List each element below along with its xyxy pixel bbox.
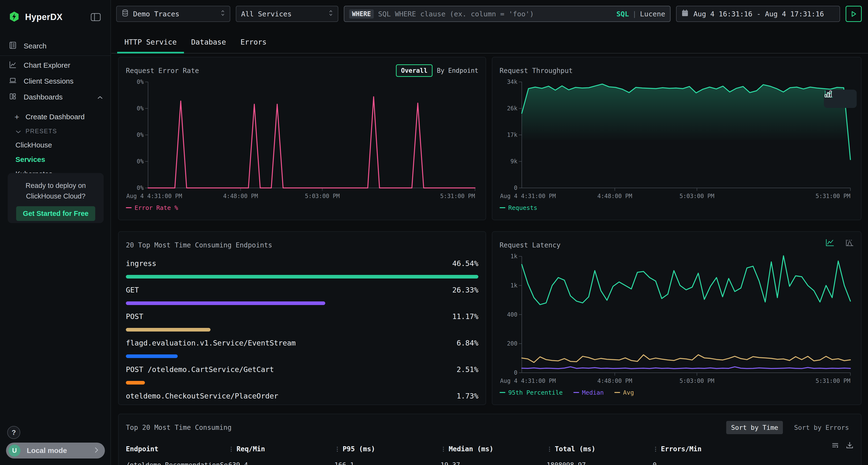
sql-mode-button[interactable]: SQL — [616, 10, 629, 18]
endpoint-item[interactable]: GET26.33% — [126, 286, 478, 305]
legend-item[interactable]: 95th Percentile — [500, 389, 563, 396]
legend-item[interactable]: Error Rate % — [126, 204, 178, 211]
sidebar-preset-services[interactable]: Services — [0, 152, 111, 167]
column-header-errors-min[interactable]: ⋮Errors/Min — [653, 445, 854, 453]
chevron-down-icon — [16, 127, 21, 135]
sidebar-item-dashboards[interactable]: Dashboards — [0, 89, 111, 105]
column-header-p95-ms-[interactable]: ⋮P95 (ms) — [334, 445, 440, 453]
database-icon — [122, 9, 129, 19]
latency-chart[interactable]: 02004001k1kAug 4 4:31:00 PM4:48:00 PM5:0… — [500, 252, 854, 387]
tab-errors[interactable]: Errors — [233, 38, 274, 53]
calendar-icon — [681, 9, 689, 19]
svg-text:200: 200 — [507, 340, 518, 347]
panel-request-latency: Request Latency 02004001k1kAug 4 4:31:00… — [492, 231, 862, 405]
table-body: /oteldemo.RecommendationServ639.4166.119… — [126, 461, 854, 465]
sidebar-preset-clickhouse[interactable]: ClickHouse — [0, 138, 111, 152]
panel-top-endpoints: 20 Top Most Time Consuming Endpoints ing… — [118, 231, 486, 405]
service-select[interactable]: All Services — [236, 6, 338, 22]
column-header-label: Endpoint — [126, 445, 158, 453]
column-grip-icon[interactable]: ⋮ — [653, 446, 658, 453]
search-input[interactable] — [378, 10, 616, 18]
line-chart-icon[interactable] — [825, 238, 835, 248]
dashboard-content: Request Error Rate Overall By Endpoint 0… — [112, 54, 868, 465]
download-icon[interactable] — [845, 441, 854, 450]
legend-label: Requests — [508, 204, 537, 211]
svg-text:5:03:00 PM: 5:03:00 PM — [679, 377, 714, 384]
endpoint-item[interactable]: POST /oteldemo.CartService/GetCart2.51% — [126, 365, 478, 385]
endpoint-value: 1.73% — [457, 392, 478, 400]
main-area: Demo Traces All Services WHERE SQL | Luc… — [112, 0, 868, 465]
journal-icon — [9, 41, 17, 51]
column-header-total-ms-[interactable]: ⋮Total (ms) — [547, 445, 653, 453]
dashboards-submenu: + Create Dashboard PRESETS ClickHouseSer… — [0, 105, 111, 181]
by-endpoint-button[interactable]: By Endpoint — [437, 67, 478, 74]
laptop-icon — [9, 76, 17, 86]
table-header-row: Endpoint⋮Req/Min⋮P95 (ms)⋮Median (ms)⋮To… — [126, 445, 854, 453]
help-button[interactable]: ? — [7, 426, 20, 439]
column-grip-icon[interactable]: ⋮ — [547, 446, 552, 453]
svg-text:17k: 17k — [507, 132, 518, 138]
get-started-button[interactable]: Get Started for Free — [16, 206, 95, 221]
throughput-chart[interactable]: 09k17k26k34kAug 4 4:31:00 PM4:48:00 PM5:… — [500, 77, 854, 202]
column-header-median-ms-[interactable]: ⋮Median (ms) — [440, 445, 547, 453]
legend-dash — [574, 392, 579, 393]
latency-chart-type-toolbar — [825, 238, 854, 248]
svg-text:4:48:00 PM: 4:48:00 PM — [597, 377, 632, 384]
endpoint-label: ingress — [126, 259, 156, 268]
svg-text:Aug 4 4:31:00 PM: Aug 4 4:31:00 PM — [126, 193, 182, 199]
source-select[interactable]: Demo Traces — [116, 6, 230, 22]
app-title: HyperDX — [25, 12, 91, 22]
overall-button[interactable]: Overall — [396, 64, 433, 77]
sidebar-item-chart-explorer[interactable]: Chart Explorer — [0, 57, 111, 73]
run-query-button[interactable] — [845, 6, 862, 22]
svg-text:0: 0 — [514, 369, 518, 376]
sidebar-header: HyperDX — [0, 0, 111, 23]
tab-http-service[interactable]: HTTP Service — [117, 38, 184, 53]
column-grip-icon[interactable]: ⋮ — [228, 446, 234, 453]
column-grip-icon[interactable]: ⋮ — [440, 446, 446, 453]
search-box[interactable]: WHERE SQL | Lucene — [344, 6, 671, 22]
error-rate-chart[interactable]: 0%0%0%0%0%Aug 4 4:31:00 PM4:48:00 PM5:03… — [126, 77, 478, 202]
column-header-label: Req/Min — [237, 445, 265, 453]
column-header-req-min[interactable]: ⋮Req/Min — [228, 445, 334, 453]
endpoint-bar — [126, 301, 325, 305]
endpoint-item[interactable]: oteldemo.CheckoutService/PlaceOrder1.73% — [126, 392, 478, 405]
table-cell: 166.1 — [334, 461, 440, 465]
table-rows-icon[interactable] — [831, 441, 839, 450]
legend-label: Avg — [623, 389, 634, 396]
column-grip-icon[interactable]: ⋮ — [334, 446, 340, 453]
histogram-icon[interactable] — [845, 238, 854, 248]
lucene-mode-button[interactable]: Lucene — [640, 10, 665, 18]
presets-toggle[interactable]: PRESETS — [0, 124, 111, 138]
sidebar-item-search[interactable]: Search — [0, 38, 111, 54]
legend-item[interactable]: Median — [574, 389, 604, 396]
legend-item[interactable]: Requests — [500, 204, 537, 211]
svg-text:9k: 9k — [510, 158, 518, 165]
tab-database[interactable]: Database — [184, 38, 234, 53]
sidebar-item-label: Client Sessions — [24, 77, 103, 85]
legend-dash — [126, 207, 132, 208]
sidebar-nav: Search Chart Explorer Client Sessions Da… — [0, 38, 111, 181]
sort-by-time-button[interactable]: Sort by Time — [726, 421, 783, 434]
endpoint-item[interactable]: POST11.17% — [126, 312, 478, 332]
select-chevrons-icon — [221, 9, 225, 19]
column-header-endpoint[interactable]: Endpoint — [126, 445, 228, 453]
sidebar-collapse-icon[interactable] — [91, 13, 101, 21]
error-rate-toggle: Overall By Endpoint — [396, 64, 478, 77]
endpoint-item[interactable]: ingress46.54% — [126, 259, 478, 278]
endpoint-label: oteldemo.CheckoutService/PlaceOrder — [126, 392, 278, 400]
table-cell: 639.4 — [228, 461, 334, 465]
local-mode-menu[interactable]: U Local mode — [6, 442, 105, 459]
latency-legend: 95th PercentileMedianAvg — [500, 387, 854, 398]
endpoint-list: ingress46.54%GET26.33%POST11.17%flagd.ev… — [126, 259, 478, 405]
legend-item[interactable]: Avg — [614, 389, 634, 396]
table-row[interactable]: /oteldemo.RecommendationServ639.4166.119… — [126, 461, 854, 465]
sort-by-errors-button[interactable]: Sort by Errors — [789, 421, 854, 434]
endpoint-item[interactable]: flagd.evaluation.v1.Service/EventStream6… — [126, 339, 478, 358]
sidebar-item-client-sessions[interactable]: Client Sessions — [0, 73, 111, 89]
create-dashboard-button[interactable]: + Create Dashboard — [0, 109, 111, 124]
promo-line-2: ClickHouse Cloud? — [13, 191, 98, 201]
svg-text:Aug 4 4:31:00 PM: Aug 4 4:31:00 PM — [500, 377, 556, 384]
chevron-right-icon — [94, 447, 99, 455]
time-range-picker[interactable]: Aug 4 16:31:16 - Aug 4 17:31:16 — [676, 6, 840, 22]
